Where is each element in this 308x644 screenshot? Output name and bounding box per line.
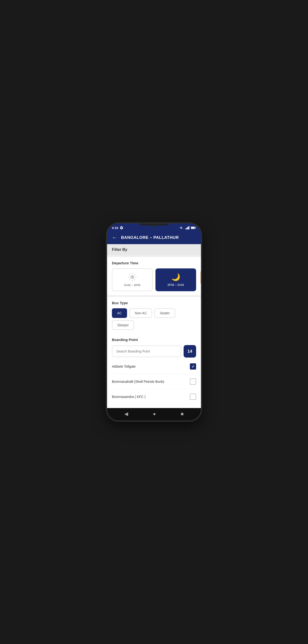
filter-by-label: Filter By <box>112 248 127 252</box>
signal-icon <box>186 226 189 230</box>
nav-recents-icon[interactable]: ■ <box>181 411 184 417</box>
svg-rect-7 <box>195 227 196 228</box>
content-area: Filter By Departure Time <box>107 244 201 408</box>
boarding-item-name: Bommasandra ( KFC ) <box>112 395 145 399</box>
filter-by-bar: Filter By <box>107 244 201 255</box>
app-header: ← BANGALORE – PALLATHUR <box>107 231 201 244</box>
header-title: BANGALORE – PALLATHUR <box>121 235 179 240</box>
bus-type-section: Bus Type AC Non-AC Seater Sleeper <box>107 297 201 334</box>
wifi-icon <box>180 226 184 230</box>
svg-rect-3 <box>188 226 189 230</box>
boarding-item-bommasandra[interactable]: Bommasandra ( KFC ) <box>112 389 196 404</box>
clock: 4:19 <box>112 226 118 230</box>
boarding-section: Boarding Point 14 Attibele Tollgate ✓ Bo… <box>107 334 201 408</box>
status-right <box>180 226 196 230</box>
night-label: 6PM – 6AM <box>168 283 184 287</box>
svg-rect-6 <box>191 227 195 229</box>
departure-time-section: Departure Time <box>107 257 201 295</box>
svg-rect-4 <box>189 226 189 229</box>
boarding-count-badge: 14 <box>184 345 196 358</box>
departure-time-title: Departure Time <box>112 261 196 265</box>
search-boarding-input[interactable] <box>112 346 181 357</box>
day-label: 6AM – 6PM <box>124 283 140 287</box>
departure-day-card[interactable]: 6AM – 6PM <box>112 268 152 291</box>
boarding-list: Attibele Tollgate ✓ Bommanahalli (Shell … <box>112 359 196 408</box>
boarding-item-name: Bommanahalli (Shell Petrole Bunk) <box>112 380 164 384</box>
checkmark: ✓ <box>192 364 195 369</box>
boarding-item-chandapura[interactable]: Chandapura (Indian Oil Petrole Bunk) <box>112 404 196 408</box>
phone-shell: 4:19 <box>107 224 201 420</box>
bus-chip-seater[interactable]: Seater <box>155 308 175 318</box>
moon-icon: 🌙 <box>171 273 180 281</box>
checkbox-bommasandra[interactable] <box>190 394 196 400</box>
nav-bar: ◀ ● ■ <box>107 408 201 420</box>
boarding-item-name: Attibele Tollgate <box>112 364 136 368</box>
back-button[interactable]: ← <box>112 234 117 241</box>
bus-type-title: Bus Type <box>112 301 196 305</box>
battery-icon <box>191 226 196 229</box>
boarding-title: Boarding Point <box>112 338 196 342</box>
svg-rect-0 <box>186 228 186 230</box>
departure-night-card[interactable]: 🌙 6PM – 6AM <box>156 268 196 291</box>
bus-chip-non-ac[interactable]: Non-AC <box>129 308 152 318</box>
bus-type-row: AC Non-AC Seater Sleeper <box>112 308 196 330</box>
svg-rect-1 <box>186 228 187 230</box>
checkbox-attibele[interactable]: ✓ <box>190 363 196 370</box>
nav-home-icon[interactable]: ● <box>153 411 156 417</box>
nav-back-icon[interactable]: ◀ <box>124 411 128 417</box>
bus-chip-ac[interactable]: AC <box>112 308 127 318</box>
departure-time-grid: 6AM – 6PM 🌙 6PM – 6AM <box>112 268 196 291</box>
boarding-item-attibele[interactable]: Attibele Tollgate ✓ <box>112 359 196 374</box>
sun-icon <box>128 273 137 282</box>
camera <box>152 225 156 228</box>
settings-icon <box>120 226 123 230</box>
boarding-item-bommanahalli[interactable]: Bommanahalli (Shell Petrole Bunk) <box>112 374 196 389</box>
search-row: 14 <box>112 345 196 358</box>
svg-rect-2 <box>187 227 188 229</box>
checkbox-bommanahalli[interactable] <box>190 378 196 385</box>
side-button <box>200 272 201 284</box>
status-left: 4:19 <box>112 226 123 230</box>
bus-chip-sleeper[interactable]: Sleeper <box>112 320 134 330</box>
